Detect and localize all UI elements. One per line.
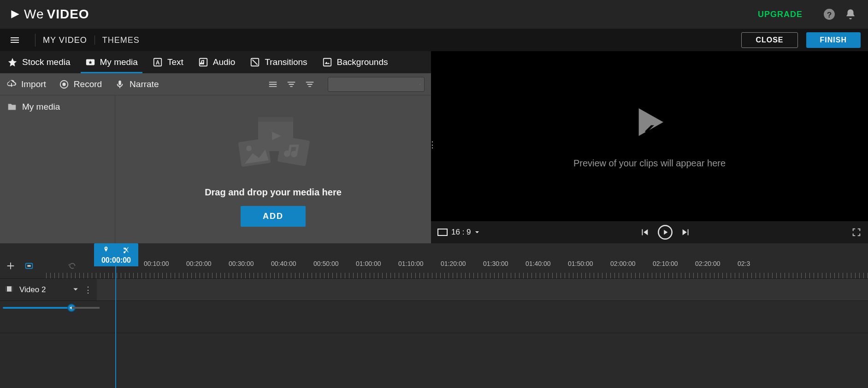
- timeline-tools: [0, 243, 46, 278]
- ruler-label: 00:40:00: [271, 260, 296, 267]
- ruler-label: 01:50:00: [568, 260, 593, 267]
- timeline: 00:00:00 00:10:0000:20:0000:30:0000:40:0…: [0, 243, 868, 388]
- timeline-ruler-area: 00:00:00 00:10:0000:20:0000:30:0000:40:0…: [0, 243, 868, 278]
- sort-desc-icon[interactable]: [286, 79, 296, 89]
- main-area: Stock media My media A Text Audio Transi…: [0, 51, 868, 243]
- microphone-icon: [115, 79, 125, 89]
- preview-placeholder-text: Preview of your clips will appear here: [573, 158, 726, 169]
- record-icon: [59, 79, 69, 89]
- drop-area[interactable]: Drag and drop your media here ADD: [115, 95, 431, 243]
- ruler-label: 01:30:00: [483, 260, 508, 267]
- view-list-icon[interactable]: [268, 79, 278, 89]
- next-frame-button[interactable]: [681, 227, 691, 237]
- ruler-label: 01:10:00: [398, 260, 424, 267]
- svg-rect-17: [438, 229, 447, 235]
- media-search[interactable]: [328, 77, 425, 92]
- upgrade-link[interactable]: UPGRADE: [758, 10, 803, 19]
- record-button[interactable]: Record: [59, 79, 102, 89]
- fit-timeline-button[interactable]: [24, 261, 34, 273]
- scissors-icon[interactable]: [123, 246, 130, 255]
- marker-icon[interactable]: [102, 246, 110, 255]
- menu-hamburger-icon[interactable]: [7, 33, 22, 47]
- track-row-video2: Video 2 ⋮: [0, 279, 868, 301]
- panel-resize-handle[interactable]: ⋮: [428, 140, 437, 150]
- tab-label: Stock media: [22, 57, 71, 67]
- divider: [94, 35, 95, 45]
- preview-play-logo-icon: [631, 104, 668, 142]
- folder-my-media[interactable]: My media: [6, 102, 108, 112]
- tab-transitions[interactable]: Transitions: [250, 51, 307, 73]
- close-button[interactable]: CLOSE: [741, 32, 797, 48]
- tab-label: Audio: [213, 57, 236, 67]
- track-dropdown-icon[interactable]: [73, 286, 78, 294]
- playhead-time: 00:00:00: [101, 256, 131, 265]
- narrate-button[interactable]: Narrate: [115, 79, 159, 89]
- add-media-button[interactable]: ADD: [241, 206, 306, 227]
- media-action-bar: Import Record Narrate: [0, 73, 431, 95]
- star-icon: [7, 57, 18, 67]
- zoom-slider-knob[interactable]: [67, 304, 76, 312]
- fullscreen-button[interactable]: [851, 227, 862, 237]
- wevideo-logo[interactable]: WeVIDEO: [9, 7, 89, 22]
- folder-tree: My media: [0, 95, 115, 243]
- playhead[interactable]: 00:00:00: [94, 243, 138, 266]
- track-body[interactable]: [97, 279, 868, 300]
- themes-button[interactable]: THEMES: [102, 35, 140, 45]
- search-icon: [419, 80, 420, 88]
- timeline-tracks: Video 2 ⋮: [0, 278, 868, 333]
- import-button[interactable]: Import: [6, 79, 46, 89]
- ruler-label: 02:20:00: [695, 260, 720, 267]
- svg-point-9: [62, 82, 65, 86]
- tab-label: My media: [100, 57, 138, 67]
- svg-point-14: [246, 146, 252, 151]
- preview-area: Preview of your clips will appear here: [431, 51, 868, 221]
- drop-text: Drag and drop your media here: [205, 187, 342, 198]
- aspect-ratio-selector[interactable]: 16 : 9: [437, 228, 479, 237]
- search-input[interactable]: [332, 80, 419, 88]
- ruler-label: 00:20:00: [186, 260, 212, 267]
- tab-my-media[interactable]: My media: [85, 51, 138, 73]
- tab-text[interactable]: A Text: [153, 51, 183, 73]
- chevron-down-icon: [475, 230, 479, 235]
- ruler-ticks: [46, 273, 868, 278]
- ruler-label: 01:20:00: [441, 260, 466, 267]
- tab-label: Transitions: [265, 57, 307, 67]
- action-label: Record: [74, 79, 102, 89]
- ruler-label: 00:50:00: [313, 260, 339, 267]
- notification-bell-icon[interactable]: [842, 6, 859, 23]
- player-controls: 16 : 9: [431, 221, 868, 243]
- playhead-line[interactable]: [115, 265, 116, 388]
- project-name[interactable]: MY VIDEO: [43, 35, 87, 45]
- tab-stock-media[interactable]: Stock media: [7, 51, 71, 73]
- sort-asc-icon[interactable]: [305, 79, 315, 89]
- svg-rect-20: [27, 265, 30, 267]
- folder-icon: [6, 102, 18, 112]
- zoom-slider[interactable]: [3, 307, 72, 309]
- track-more-icon[interactable]: ⋮: [84, 285, 92, 295]
- media-panel: Stock media My media A Text Audio Transi…: [0, 51, 431, 243]
- divider: [35, 34, 35, 47]
- aspect-icon: [437, 229, 448, 236]
- preview-panel: ⋮ Preview of your clips will appear here…: [431, 51, 868, 243]
- timeline-ruler[interactable]: 00:00:00 00:10:0000:20:0000:30:0000:40:0…: [46, 243, 868, 278]
- ruler[interactable]: 00:10:0000:20:0000:30:0000:40:0000:50:00…: [46, 260, 868, 278]
- play-button[interactable]: [658, 225, 673, 240]
- prev-frame-button[interactable]: [639, 227, 650, 237]
- svg-text:A: A: [156, 59, 160, 66]
- finish-button[interactable]: FINISH: [806, 32, 861, 48]
- empty-media-illustration: [230, 112, 317, 179]
- svg-rect-22: [6, 286, 7, 292]
- tab-label: Backgrounds: [337, 57, 388, 67]
- track-name: Video 2: [19, 285, 67, 294]
- tab-audio[interactable]: Audio: [198, 51, 236, 73]
- action-label: Import: [21, 79, 46, 89]
- tab-backgrounds[interactable]: Backgrounds: [322, 51, 388, 73]
- action-label: Narrate: [130, 79, 159, 89]
- add-track-button[interactable]: [6, 261, 16, 273]
- audio-icon: [198, 57, 208, 67]
- media-tabs: Stock media My media A Text Audio Transi…: [0, 51, 431, 73]
- ruler-label: 02:10:00: [653, 260, 678, 267]
- zoom-slider-row: [0, 301, 868, 315]
- media-body: My media: [0, 95, 431, 243]
- help-icon[interactable]: ?: [821, 6, 838, 23]
